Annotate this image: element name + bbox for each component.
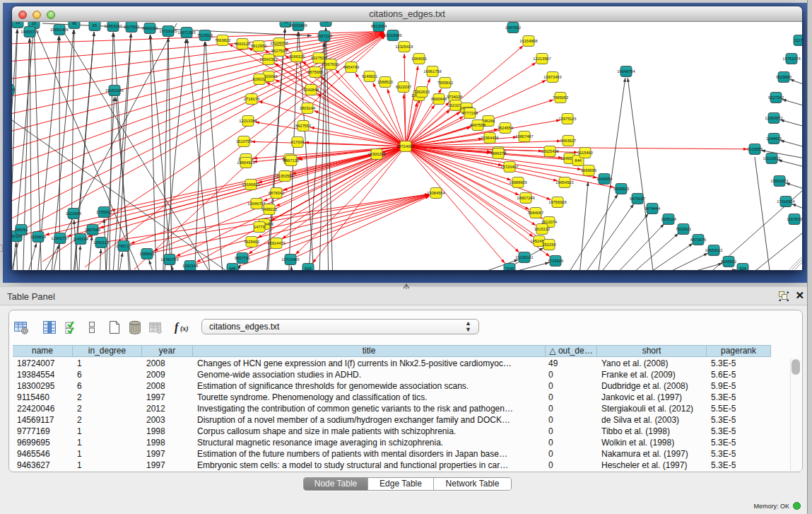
svg-text:16154808: 16154808: [519, 39, 537, 43]
svg-text:8427552: 8427552: [295, 124, 311, 128]
svg-text:1610755: 1610755: [236, 139, 252, 144]
svg-text:8471676: 8471676: [690, 238, 706, 242]
svg-text:78: 78: [283, 22, 288, 24]
svg-text:6466160: 6466160: [142, 26, 158, 30]
svg-text:9527505: 9527505: [271, 49, 287, 53]
svg-text:1145194: 1145194: [73, 237, 88, 241]
svg-text:9146821: 9146821: [362, 74, 377, 78]
svg-text:1244415: 1244415: [766, 136, 782, 141]
svg-text:1362615: 1362615: [414, 90, 430, 94]
svg-text:7357224: 7357224: [317, 34, 332, 38]
svg-text:2087682: 2087682: [505, 25, 521, 30]
svg-text:10653267: 10653267: [104, 24, 122, 28]
svg-text:14055714: 14055714: [20, 30, 38, 34]
svg-text:252254: 252254: [543, 243, 556, 247]
svg-text:7345: 7345: [505, 267, 514, 270]
svg-text:524: 524: [305, 267, 312, 270]
svg-text:11171: 11171: [794, 38, 802, 42]
svg-text:3624554: 3624554: [498, 126, 513, 130]
svg-text:10688609: 10688609: [509, 180, 526, 185]
svg-text:8322037: 8322037: [396, 85, 411, 89]
svg-text:(x): (x): [180, 325, 189, 333]
svg-text:7886372: 7886372: [490, 151, 506, 156]
svg-text:19218986: 19218986: [384, 33, 401, 37]
svg-text:1735992: 1735992: [96, 210, 112, 214]
svg-text:2367608: 2367608: [323, 62, 339, 66]
svg-text:12213389: 12213389: [239, 119, 257, 123]
svg-text:10210611: 10210611: [763, 156, 781, 160]
svg-text:7663822: 7663822: [215, 38, 230, 42]
svg-text:16782759: 16782759: [160, 257, 178, 262]
svg-text:7515526: 7515526: [197, 33, 213, 37]
svg-text:8990448: 8990448: [431, 97, 447, 101]
svg-text:18300295: 18300295: [367, 152, 385, 156]
svg-text:9115460: 9115460: [577, 151, 593, 155]
svg-text:11325419: 11325419: [396, 45, 413, 49]
svg-text:15136141: 15136141: [515, 255, 533, 259]
svg-text:9529966: 9529966: [776, 75, 792, 79]
svg-text:1364091: 1364091: [411, 57, 427, 61]
svg-text:15751074: 15751074: [782, 57, 800, 61]
svg-text:12342737: 12342737: [51, 236, 69, 240]
svg-text:844: 844: [575, 158, 582, 163]
svg-text:96: 96: [72, 22, 76, 25]
svg-text:8813054: 8813054: [371, 24, 387, 28]
svg-text:88: 88: [324, 22, 328, 23]
svg-text:1395811: 1395811: [139, 252, 155, 256]
svg-text:216503: 216503: [12, 88, 15, 92]
svg-text:9777169: 9777169: [462, 111, 478, 115]
svg-text:20691406: 20691406: [50, 28, 68, 32]
svg-text:19: 19: [16, 22, 20, 25]
svg-text:1588520: 1588520: [377, 80, 393, 84]
svg-text:2803144: 2803144: [300, 106, 315, 110]
svg-text:1640954: 1640954: [596, 177, 612, 181]
svg-text:1795727: 1795727: [116, 244, 131, 248]
svg-text:85: 85: [93, 23, 97, 28]
svg-text:2020655: 2020655: [66, 211, 81, 216]
svg-text:6479197: 6479197: [630, 197, 645, 201]
svg-text:1997586: 1997586: [85, 228, 100, 232]
svg-text:9699695: 9699695: [581, 168, 596, 173]
svg-text:1167533: 1167533: [787, 217, 802, 221]
svg-text:9327508: 9327508: [311, 56, 326, 60]
svg-text:9857791: 9857791: [235, 256, 250, 260]
svg-text:924: 924: [739, 267, 746, 270]
svg-text:9463627: 9463627: [560, 139, 576, 143]
svg-text:1733426: 1733426: [548, 259, 563, 263]
svg-text:8454749: 8454749: [343, 65, 359, 69]
svg-text:16961758: 16961758: [423, 69, 441, 74]
svg-text:8215955: 8215955: [747, 147, 763, 151]
svg-text:14779: 14779: [254, 225, 265, 229]
svg-text:16543382: 16543382: [259, 57, 277, 62]
svg-text:985: 985: [229, 267, 236, 270]
svg-text:7632621: 7632621: [676, 227, 691, 231]
svg-text:7485063: 7485063: [553, 95, 568, 100]
svg-text:5498222: 5498222: [261, 207, 277, 211]
svg-text:8867130: 8867130: [283, 158, 299, 163]
svg-text:2935114: 2935114: [661, 217, 676, 221]
svg-text:15692971: 15692971: [770, 179, 788, 183]
svg-text:19756928: 19756928: [548, 200, 566, 204]
svg-text:9227342: 9227342: [768, 95, 784, 100]
svg-text:20364436: 20364436: [481, 136, 498, 140]
svg-text:9734028: 9734028: [447, 95, 462, 99]
svg-text:7625402: 7625402: [244, 240, 259, 244]
svg-text:8186326: 8186326: [289, 54, 305, 59]
svg-text:5938923: 5938923: [613, 187, 629, 191]
svg-text:9474444: 9474444: [645, 206, 660, 211]
svg-text:16914479: 16914479: [267, 241, 285, 245]
svg-text:16648784: 16648784: [617, 69, 635, 74]
svg-text:265051: 265051: [15, 228, 28, 232]
svg-text:10807487: 10807487: [515, 134, 533, 139]
svg-text:15226058: 15226058: [270, 41, 288, 45]
svg-text:929031: 929031: [253, 77, 266, 81]
svg-text:10973493: 10973493: [543, 75, 561, 79]
svg-text:18724007: 18724007: [396, 144, 414, 148]
svg-text:3875685: 3875685: [307, 70, 323, 74]
svg-text:19654923: 19654923: [555, 180, 573, 185]
svg-text:f: f: [175, 321, 180, 334]
svg-text:9084067: 9084067: [528, 211, 543, 215]
svg-text:8660124: 8660124: [235, 42, 250, 46]
svg-text:6497568: 6497568: [470, 123, 486, 127]
svg-text:10046758: 10046758: [247, 201, 265, 206]
